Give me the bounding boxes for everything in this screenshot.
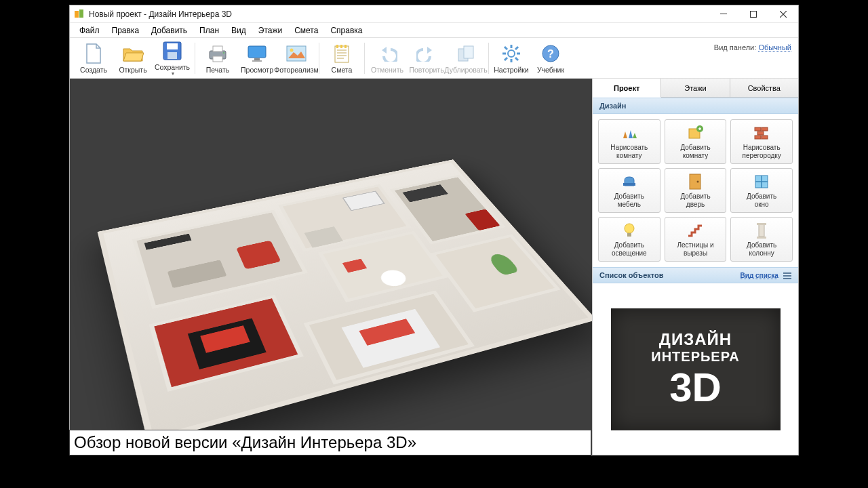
duplicate-icon (455, 43, 477, 64)
svg-rect-19 (344, 45, 347, 48)
add-furniture-button[interactable]: Добавить мебель (598, 168, 660, 213)
save-icon (161, 40, 183, 62)
landscape-icon (285, 43, 307, 64)
print-button[interactable]: Печать (198, 39, 237, 77)
help-icon: ? (540, 43, 561, 64)
save-button[interactable]: Сохранить▼ (153, 39, 192, 77)
svg-rect-3 (751, 11, 757, 17)
lightbulb-icon (619, 222, 639, 239)
add-window-button[interactable]: Добавить окно (730, 168, 793, 213)
draw-wall-button[interactable]: Нарисовать перегородку (730, 119, 793, 164)
svg-rect-6 (167, 52, 177, 59)
svg-rect-9 (213, 56, 222, 62)
minimize-button[interactable] (709, 5, 738, 22)
add-door-button[interactable]: Добавить дверь (665, 168, 727, 213)
svg-rect-18 (340, 45, 342, 48)
svg-rect-40 (757, 237, 766, 239)
stairs-button[interactable]: Лестницы и вырезы (665, 217, 727, 262)
settings-button[interactable]: Настройки (492, 39, 531, 77)
svg-rect-29 (757, 131, 764, 135)
panel-mode-label: Вид панели: Обычный (714, 43, 791, 52)
svg-rect-8 (213, 46, 222, 52)
svg-rect-14 (287, 46, 306, 61)
close-button[interactable] (768, 5, 798, 22)
svg-rect-12 (254, 58, 260, 60)
list-view-icon[interactable] (783, 272, 791, 279)
svg-point-15 (290, 48, 294, 52)
window-title: Новый проект - Дизайн Интерьера 3D (89, 9, 709, 19)
folder-open-icon (122, 43, 144, 64)
svg-rect-1 (79, 9, 83, 18)
menu-help[interactable]: Справка (325, 24, 368, 37)
menu-estimate[interactable]: Смета (289, 24, 323, 37)
svg-rect-32 (623, 183, 635, 186)
svg-rect-27 (755, 127, 761, 131)
side-panel: Проект Этажи Свойства Дизайн Нарисовать … (592, 79, 798, 455)
menubar: Файл Правка Добавить План Вид Этажи Смет… (70, 23, 798, 38)
svg-rect-28 (762, 127, 768, 131)
svg-rect-37 (627, 233, 631, 237)
svg-rect-21 (464, 46, 473, 58)
undo-icon (376, 43, 398, 64)
draw-room-button[interactable]: Нарисовать комнату (598, 119, 660, 164)
video-caption: Обзор новой версии «Дизайн Интерьера 3D» (69, 430, 591, 455)
add-lighting-button[interactable]: Добавить освещение (598, 217, 660, 262)
column-icon (751, 222, 772, 239)
app-window: Новый проект - Дизайн Интерьера 3D Файл … (69, 5, 799, 455)
door-icon (685, 173, 705, 190)
svg-rect-0 (75, 11, 79, 18)
product-logo: ДИЗАЙН ИНТЕРЬЕРА 3D (611, 308, 781, 430)
gear-icon (500, 43, 522, 64)
maximize-button[interactable] (738, 5, 768, 22)
svg-point-22 (508, 50, 515, 57)
window-icon (751, 173, 772, 190)
printer-icon (207, 43, 229, 64)
svg-rect-17 (336, 45, 338, 48)
preview-button[interactable]: Просмотр (237, 39, 277, 77)
open-button[interactable]: Открыть (113, 39, 153, 77)
tab-project[interactable]: Проект (593, 79, 661, 98)
svg-rect-41 (783, 272, 791, 274)
estimate-button[interactable]: Смета (322, 39, 361, 77)
tab-properties[interactable]: Свойства (730, 79, 798, 97)
redo-button[interactable]: Повторить (407, 39, 446, 77)
help-button[interactable]: ? Учебник (531, 39, 570, 77)
redo-icon (416, 43, 437, 64)
brushes-icon (619, 124, 639, 142)
svg-point-10 (223, 52, 224, 54)
add-room-button[interactable]: Добавить комнату (665, 119, 727, 164)
svg-rect-5 (167, 43, 178, 49)
3d-viewport[interactable] (70, 79, 592, 455)
undo-button[interactable]: Отменить (368, 39, 407, 77)
menu-add[interactable]: Добавить (146, 24, 193, 37)
menu-floors[interactable]: Этажи (253, 24, 288, 37)
svg-rect-42 (783, 275, 791, 277)
menu-view[interactable]: Вид (226, 24, 252, 37)
tab-floors[interactable]: Этажи (661, 79, 730, 97)
menu-plan[interactable]: План (194, 24, 224, 37)
svg-text:?: ? (547, 48, 554, 60)
panel-mode-link[interactable]: Обычный (758, 43, 791, 52)
svg-rect-38 (759, 224, 764, 237)
menu-edit[interactable]: Правка (106, 24, 145, 37)
titlebar: Новый проект - Дизайн Интерьера 3D (70, 5, 798, 23)
create-button[interactable]: Создать (74, 39, 113, 77)
svg-point-36 (625, 224, 634, 233)
photorealism-button[interactable]: Фотореализм (277, 39, 316, 77)
new-file-icon (83, 43, 104, 64)
duplicate-button[interactable]: Дублировать (446, 39, 486, 77)
svg-rect-39 (757, 223, 766, 225)
armchair-icon (619, 173, 639, 190)
svg-point-34 (697, 181, 699, 183)
app-logo-icon (74, 9, 85, 20)
add-column-button[interactable]: Добавить колонну (730, 217, 793, 262)
svg-rect-30 (755, 136, 761, 139)
side-tabs: Проект Этажи Свойства (593, 79, 798, 98)
menu-file[interactable]: Файл (74, 24, 105, 37)
objects-list-area: ДИЗАЙН ИНТЕРЬЕРА 3D (593, 283, 798, 455)
chevron-down-icon: ▼ (171, 71, 176, 76)
notepad-icon (331, 43, 353, 64)
svg-rect-2 (720, 14, 727, 14)
svg-rect-16 (335, 46, 349, 62)
list-view-link[interactable]: Вид списка (741, 272, 778, 279)
